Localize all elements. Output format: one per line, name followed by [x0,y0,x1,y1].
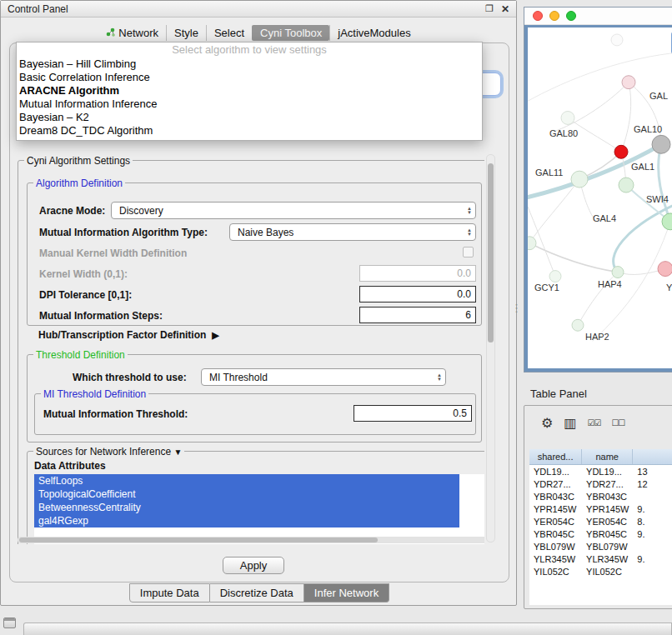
attribute-item[interactable]: SelfLoops [34,474,459,488]
network-svg: GALGAL80GAL10GAL11GAL1SWI4GAL4GCY1HAP4YH… [528,28,672,368]
apply-button[interactable]: Apply [223,557,284,574]
network-tab-icon [106,27,115,39]
column-header[interactable]: name [582,449,633,464]
algorithm-option[interactable]: Basic Correlation Inference [17,71,482,84]
algorithm-option[interactable]: Bayesian – Hill Climbing [17,58,482,71]
settings-vertical-scrollbar[interactable] [486,154,495,542]
minimize-traffic-light-icon[interactable] [549,11,559,21]
panel-resize-handle[interactable]: ⋮ [511,302,522,314]
algorithm-option[interactable]: ARACNE Algorithm [17,84,482,98]
network-node[interactable] [561,112,574,125]
tab-label: jActiveModules [338,27,410,39]
manual-kernel-checkbox[interactable] [463,247,474,258]
table-row[interactable]: YLR345WYLR345W9. [529,552,672,565]
algorithm-option[interactable]: Bayesian – K2 [17,111,482,124]
network-node[interactable] [572,319,584,331]
network-node[interactable] [658,262,672,277]
table-cell: 9. [633,554,672,564]
algorithm-definition-group: Algorithm Definition Aracne Mode: Discov… [27,182,482,326]
network-edge[interactable] [553,82,629,132]
tab-jactivemodules[interactable]: jActiveModules [329,25,418,41]
threshold-definition-group: Threshold Definition Which threshold to … [27,354,482,442]
table-row[interactable]: YER054CYER054C8. [529,515,672,528]
network-frame-border: GALGAL80GAL10GAL11GAL1SWI4GAL4GCY1HAP4YH… [524,25,672,372]
select-columns-icon[interactable]: ☑☑ [587,417,600,430]
mi-steps-input[interactable]: 6 [359,307,476,323]
mi-type-select[interactable]: Naive Bayes ▲▼ [229,223,476,241]
combo-arrows-icon: ▲▼ [467,228,472,237]
table-row[interactable]: YDR27...YDR27...12 [529,478,672,490]
close-traffic-light-icon[interactable] [533,11,543,21]
attribute-item[interactable]: BetweennessCentrality [34,501,459,514]
combo-arrows-icon: ▲▼ [467,207,472,215]
which-threshold-label: Which threshold to use: [73,372,187,383]
network-node[interactable] [549,271,561,282]
dpi-tolerance-input[interactable]: 0.0 [359,286,476,302]
network-node[interactable] [528,237,536,250]
algorithm-option[interactable]: Dream8 DC_TDC Algorithm [17,124,482,138]
network-canvas[interactable]: GALGAL80GAL10GAL11GAL1SWI4GAL4GCY1HAP4YH… [528,28,672,368]
table-cell: YER054C [529,517,582,527]
tab-style[interactable]: Style [166,25,206,41]
column-header[interactable] [633,449,672,464]
control-panel-title: Control Panel [8,3,68,15]
table-cell: YBR043C [582,492,633,502]
settings-horizontal-scrollbar[interactable] [18,537,484,543]
attribute-item[interactable]: gal4RGexp [34,514,459,528]
which-threshold-select[interactable]: MI Threshold ▲▼ [201,368,446,386]
table-row[interactable]: YBR045CYBR045C9. [529,528,672,540]
grid-icon[interactable] [3,618,16,628]
network-node[interactable] [619,178,634,192]
network-edge[interactable] [621,82,631,152]
tab-network[interactable]: Network [98,25,166,41]
status-bar [23,622,672,635]
network-node[interactable] [622,76,635,89]
table-row[interactable]: YDL19...YDL19...13 [529,465,672,478]
algorithm-option[interactable]: Mutual Information Inference [17,98,482,111]
algorithm-definition-title: Algorithm Definition [33,178,125,189]
network-node[interactable] [571,171,588,188]
network-edge[interactable] [529,243,618,272]
mi-threshold-definition-group: MI Threshold Definition Mutual Informati… [34,393,476,435]
hub-section-toggle[interactable]: Hub/Transcription Factor Definition ▶ [38,329,219,341]
bottom-tab-discretize-data[interactable]: Discretize Data [210,583,304,602]
column-header[interactable]: shared... [529,449,582,464]
table-row[interactable]: YBL079WYBL079W [529,540,672,552]
close-icon[interactable]: ✕ [501,3,509,15]
mi-threshold-input[interactable]: 0.5 [354,405,472,422]
bottom-tab-impute-data[interactable]: Impute Data [129,583,210,602]
table-row[interactable]: YIL052CYIL052C [529,565,672,578]
table-cell: YIL052C [529,567,582,577]
float-window-icon[interactable]: ❐ [485,3,494,15]
table-cell: 12 [633,479,672,489]
node-table: shared...name YDL19...YDL19...13YDR27...… [529,449,672,605]
network-node[interactable] [611,34,623,46]
kernel-width-label: Kernel Width (0,1): [39,268,128,280]
network-node-label: GCY1 [534,282,559,292]
network-node[interactable] [612,267,624,278]
cyni-algorithm-settings-group: Cyni Algorithm Settings Algorithm Defini… [18,160,484,544]
network-node[interactable] [652,135,670,153]
tab-cyni-toolbox[interactable]: Cyni Toolbox [252,25,329,41]
network-node-label: GAL [649,91,668,101]
table-cell: YBR045C [529,529,582,539]
attribute-item[interactable]: TopologicalCoefficient [34,488,459,501]
zoom-traffic-light-icon[interactable] [566,11,576,21]
network-node[interactable] [614,145,628,158]
mi-threshold-definition-title: MI Threshold Definition [41,388,148,400]
bottom-tab-infer-network[interactable]: Infer Network [304,583,389,602]
network-node-label: SWI4 [646,194,669,204]
table-cell: YDL19... [529,467,582,477]
columns-icon[interactable]: ▥ [564,417,576,430]
group-title: Cyni Algorithm Settings [24,155,133,167]
gear-icon[interactable]: ⚙ [541,417,553,430]
kernel-width-input[interactable]: 0.0 [359,265,476,282]
aracne-mode-select[interactable]: Discovery ▲▼ [111,202,476,219]
table-cell: YBL079W [582,542,633,552]
tab-label: Select [214,27,244,39]
table-row[interactable]: YBR043CYBR043C [529,490,672,502]
table-row[interactable]: YPR145WYPR145W9. [529,502,672,515]
tab-select[interactable]: Select [206,25,252,41]
collapse-down-icon[interactable]: ▼ [173,448,182,457]
clear-columns-icon[interactable]: ☐☐ [611,417,624,430]
